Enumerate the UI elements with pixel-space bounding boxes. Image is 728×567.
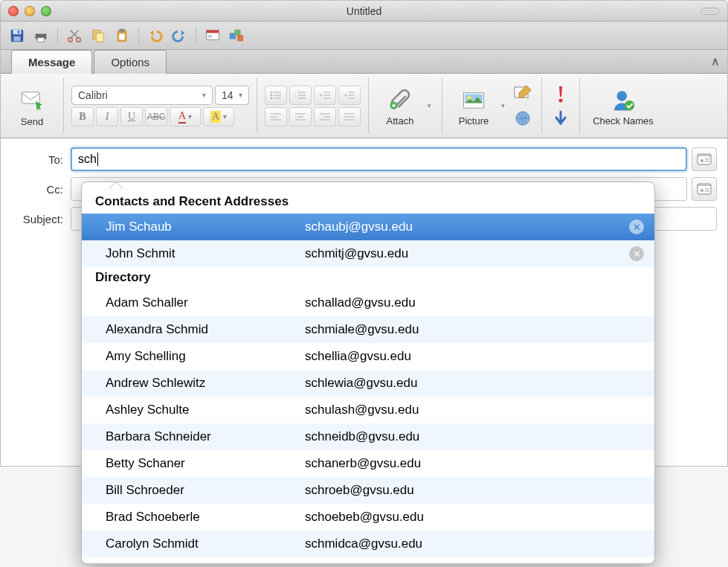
svg-rect-62: [705, 161, 709, 162]
picture-menu-caret[interactable]: ▾: [497, 102, 508, 109]
cc-address-book-button[interactable]: [692, 177, 717, 201]
svg-rect-38: [271, 113, 281, 115]
undo-icon[interactable]: [145, 25, 166, 46]
copy-icon[interactable]: [88, 25, 109, 46]
low-importance-button[interactable]: [550, 107, 572, 129]
print-icon[interactable]: [30, 25, 51, 46]
bold-button[interactable]: B: [71, 107, 94, 126]
increase-indent-button[interactable]: [338, 86, 361, 105]
suggestion-name: Jim Schaub: [82, 220, 305, 234]
to-input[interactable]: sch: [71, 147, 687, 171]
autocomplete-suggestion[interactable]: Barbara Schneiderschneidb@gvsu.edu: [82, 423, 654, 450]
separator: [196, 27, 196, 45]
autocomplete-suggestion[interactable]: Bill Schroederschroeb@gvsu.edu: [82, 477, 654, 504]
svg-rect-35: [348, 92, 355, 93]
tab-options[interactable]: Options: [94, 50, 167, 74]
cut-icon[interactable]: [64, 25, 85, 46]
svg-point-56: [559, 98, 563, 102]
suggestion-name: Andrew Schlewitz: [82, 376, 305, 391]
autocomplete-suggestion[interactable]: Amy Schellingschellia@gvsu.edu: [82, 343, 654, 370]
redo-icon[interactable]: [169, 25, 190, 46]
autocomplete-suggestion[interactable]: Alexandra Schmidschmiale@gvsu.edu: [82, 316, 654, 343]
svg-rect-1: [13, 29, 22, 33]
picture-button[interactable]: Picture: [450, 78, 497, 133]
svg-rect-39: [271, 116, 277, 118]
high-importance-button[interactable]: [550, 83, 572, 105]
remove-suggestion-icon[interactable]: ✕: [629, 246, 644, 261]
font-size-dropdown[interactable]: 14 ▾: [215, 86, 249, 105]
signature-button[interactable]: [512, 83, 534, 105]
autocomplete-suggestion[interactable]: Jim Schaubschaubj@gvsu.edu✕: [82, 214, 654, 240]
send-button[interactable]: Send: [8, 78, 56, 133]
svg-point-21: [271, 91, 273, 93]
svg-rect-25: [274, 94, 281, 96]
autocomplete-suggestion[interactable]: Brad Schoeberleschoebeb@gvsu.edu: [82, 504, 654, 531]
suggestion-email: schoebeb@gvsu.edu: [305, 510, 654, 525]
svg-rect-10: [96, 33, 103, 42]
svg-point-57: [617, 91, 628, 101]
svg-rect-65: [705, 188, 709, 190]
ribbon: Send Calibri ▾ 14 ▾ B I U: [1, 74, 727, 138]
paragraph-group: 12: [265, 78, 369, 133]
strikethrough-button[interactable]: ABC: [145, 107, 167, 126]
italic-button[interactable]: I: [96, 107, 118, 126]
close-window-button[interactable]: [8, 6, 19, 16]
svg-rect-5: [37, 30, 44, 33]
align-center-button[interactable]: [289, 107, 312, 126]
svg-rect-37: [348, 97, 355, 99]
remove-suggestion-icon[interactable]: ✕: [629, 220, 644, 234]
suggestion-email: schneidb@gvsu.edu: [305, 429, 654, 444]
autocomplete-heading-directory: Directory: [82, 267, 654, 289]
highlight-button[interactable]: A▾: [203, 107, 234, 126]
picture-icon: [459, 86, 489, 115]
autocomplete-suggestion[interactable]: Adam Schallerschallad@gvsu.edu: [82, 289, 654, 316]
check-names-button[interactable]: Check Names: [587, 78, 659, 133]
underline-button[interactable]: U: [120, 107, 143, 126]
save-icon[interactable]: [7, 25, 28, 46]
autocomplete-suggestion[interactable]: Ashley Schulteschulash@gvsu.edu: [82, 397, 654, 423]
suggestion-name: John Schmit: [82, 246, 305, 261]
to-label: To:: [11, 153, 71, 166]
numbered-list-button[interactable]: 12: [289, 86, 312, 105]
hyperlink-button[interactable]: [512, 107, 534, 129]
suggestion-email: schulash@gvsu.edu: [305, 403, 654, 417]
suggestion-email: schroeb@gvsu.edu: [305, 483, 654, 498]
autocomplete-suggestion[interactable]: Carolyn Schmidtschmidca@gvsu.edu: [82, 531, 654, 557]
svg-rect-3: [18, 30, 19, 33]
autocomplete-suggestion[interactable]: Betty Schanerschanerb@gvsu.edu: [82, 450, 654, 477]
to-address-book-button[interactable]: [692, 147, 717, 171]
align-left-button[interactable]: [265, 107, 287, 126]
bulleted-list-button[interactable]: [265, 86, 287, 105]
autocomplete-suggestion[interactable]: John Schmitschmitj@gvsu.edu✕: [82, 240, 654, 267]
font-color-button[interactable]: A▾: [170, 107, 201, 126]
svg-point-58: [625, 100, 635, 111]
suggestion-email: schellia@gvsu.edu: [305, 349, 654, 364]
paste-icon[interactable]: [112, 25, 132, 46]
separator: [57, 27, 58, 45]
svg-point-53: [468, 96, 471, 100]
media-browser-icon[interactable]: [226, 25, 247, 46]
svg-rect-31: [298, 97, 306, 99]
suggestion-email: schmidca@gvsu.edu: [305, 536, 654, 551]
svg-rect-41: [295, 113, 306, 115]
tab-message[interactable]: Message: [11, 50, 92, 74]
attach-menu-caret[interactable]: ▾: [424, 102, 434, 109]
suggestion-email: schaubj@gvsu.edu: [305, 220, 654, 234]
svg-rect-2: [13, 36, 20, 40]
font-name-dropdown[interactable]: Calibri ▾: [71, 86, 213, 105]
minimize-window-button[interactable]: [25, 6, 35, 16]
align-right-button[interactable]: [314, 107, 336, 126]
check-names-label: Check Names: [593, 115, 654, 126]
suggestion-email: schlewia@gvsu.edu: [305, 376, 654, 391]
toolbox-icon[interactable]: [202, 25, 223, 46]
svg-rect-43: [295, 119, 306, 121]
autocomplete-suggestion[interactable]: Andrew Schlewitzschlewia@gvsu.edu: [82, 370, 654, 397]
collapse-ribbon-icon[interactable]: ∧: [711, 54, 720, 68]
attach-button[interactable]: Attach: [376, 78, 424, 133]
svg-rect-66: [705, 190, 709, 192]
decrease-indent-button[interactable]: [314, 86, 336, 105]
svg-point-64: [700, 189, 703, 192]
zoom-window-button[interactable]: [41, 6, 51, 16]
font-group: Calibri ▾ 14 ▾ B I U ABC A▾ A▾: [71, 78, 257, 133]
align-justify-button[interactable]: [338, 107, 361, 126]
